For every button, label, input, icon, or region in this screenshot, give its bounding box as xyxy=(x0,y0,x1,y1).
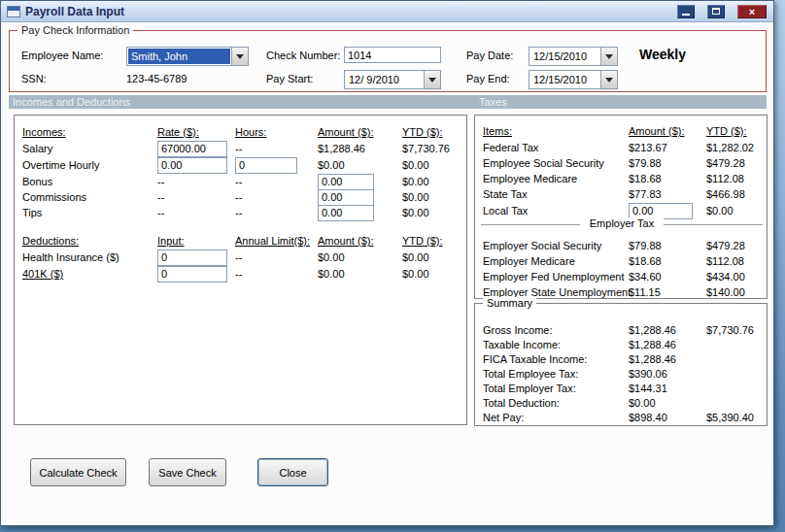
amount-col-header: Amount ($): xyxy=(318,235,402,247)
tax-row: Employer Fed Unemployment $34.60 $434.00 xyxy=(483,269,765,284)
row-label: Overtime Hourly xyxy=(22,159,157,171)
tax-row: Employer Social Security $79.88 $479.28 xyxy=(483,238,765,253)
input-col-header: Input: xyxy=(157,235,235,247)
summary-row: Gross Income: $1,288.46 $7,730.76 xyxy=(483,322,765,338)
row-label: Bonus xyxy=(22,176,157,187)
pay-end-value: 12/15/2010 xyxy=(529,71,600,88)
save-check-button[interactable]: Save Check xyxy=(149,458,226,486)
row-label: Salary xyxy=(22,143,157,154)
row-label: Employee Social Security xyxy=(483,157,629,169)
income-row-overtime: Overtime Hourly $0.00 $0.00 xyxy=(22,156,464,174)
ytd-value: $0.00 xyxy=(402,207,464,218)
401k-input[interactable] xyxy=(157,266,227,283)
close-button[interactable]: Close xyxy=(257,458,328,486)
deductions-header-row: Deductions: Input: Annual Limit($): Amou… xyxy=(22,232,464,249)
ytd-value: $479.28 xyxy=(706,240,765,251)
chevron-down-icon[interactable] xyxy=(600,71,617,88)
pay-end-picker[interactable]: 12/15/2010 xyxy=(529,70,618,89)
pay-end-label: Pay End: xyxy=(466,73,510,84)
ytd-value: $1,282.02 xyxy=(706,142,765,153)
amount-value: $390.06 xyxy=(629,368,706,380)
health-insurance-input[interactable] xyxy=(157,249,227,266)
amount-value: $18.68 xyxy=(629,255,706,267)
hours-value: -- xyxy=(235,176,318,187)
row-label: Employer Medicare xyxy=(483,255,629,267)
ytd-value: $0.00 xyxy=(706,205,765,216)
title-bar[interactable]: Payroll Data Input × xyxy=(1,1,773,22)
hours-value: -- xyxy=(235,143,318,154)
check-number-input[interactable] xyxy=(344,47,441,63)
amount-value: $18.68 xyxy=(629,173,706,184)
ytd-value: $0.00 xyxy=(402,176,464,187)
rate-value: -- xyxy=(157,191,235,203)
row-label: Commissions xyxy=(22,191,157,203)
chevron-down-icon[interactable] xyxy=(424,71,440,88)
amount-value: $77.83 xyxy=(629,188,706,200)
section-band: Incomes and Deductions Taxes xyxy=(9,95,767,109)
row-label: FICA Taxable Income: xyxy=(483,353,629,365)
row-label: Employee Medicare xyxy=(483,173,629,184)
salary-rate-input[interactable] xyxy=(157,141,227,157)
ytd-value: $7,730.76 xyxy=(706,324,765,336)
hours-col-header: Hours: xyxy=(235,126,318,138)
amount-value: $1,288.46 xyxy=(629,324,706,336)
minimize-button[interactable] xyxy=(677,5,695,18)
amount-value: $1,288.46 xyxy=(629,353,706,365)
overtime-rate-input[interactable] xyxy=(157,157,227,174)
row-label: Federal Tax xyxy=(483,142,629,153)
ytd-value: $0.00 xyxy=(402,268,464,280)
ssn-value: 123-45-6789 xyxy=(126,73,187,84)
taxes-section-header: Taxes xyxy=(479,95,507,109)
overtime-hours-input[interactable] xyxy=(235,157,297,174)
amount-value: $0.00 xyxy=(318,251,402,263)
amount-value: $0.00 xyxy=(318,159,402,171)
row-label: Gross Income: xyxy=(483,324,629,336)
minimize-icon xyxy=(682,14,690,16)
incomes-col-header: Incomes: xyxy=(22,126,157,138)
pay-start-value: 12/ 9/2010 xyxy=(345,71,424,88)
summary-row: FICA Taxable Income: $1,288.46 xyxy=(483,351,765,367)
amount-value: $79.88 xyxy=(629,240,706,251)
commissions-amount-input[interactable] xyxy=(318,189,374,206)
amount-value: $0.00 xyxy=(318,268,402,280)
ytd-value: $479.28 xyxy=(706,157,765,169)
pay-start-picker[interactable]: 12/ 9/2010 xyxy=(344,70,441,89)
row-label: State Tax xyxy=(483,188,629,200)
deduction-row-health: Health Insurance ($) -- $0.00 $0.00 xyxy=(22,249,464,266)
income-row-salary: Salary -- $1,288.46 $7,730.76 xyxy=(22,140,464,157)
window-controls: × xyxy=(677,5,768,18)
summary-row: Taxable Income: $1,288.46 xyxy=(483,337,765,352)
chevron-down-icon[interactable] xyxy=(231,48,248,65)
row-label: Employer Fed Unemployment xyxy=(483,271,629,283)
calculate-check-button[interactable]: Calculate Check xyxy=(30,458,126,486)
rate-value: -- xyxy=(157,176,235,187)
employee-name-select[interactable]: Smith, John xyxy=(126,47,249,66)
deduction-row-401k: 401K ($) -- $0.00 $0.00 xyxy=(22,265,464,283)
hours-value: -- xyxy=(235,207,318,218)
amount-value: $11.15 xyxy=(629,286,706,298)
ytd-value: $0.00 xyxy=(402,191,464,203)
annual-limit-col-header: Annual Limit($): xyxy=(235,235,318,247)
ytd-value: $466.98 xyxy=(706,188,765,200)
chevron-down-icon[interactable] xyxy=(600,48,617,65)
paycheck-group-title: Pay Check Information xyxy=(17,24,133,36)
tips-amount-input[interactable] xyxy=(318,205,374,221)
rate-col-header: Rate ($): xyxy=(157,126,235,138)
hours-value: -- xyxy=(235,191,318,203)
maximize-button[interactable] xyxy=(707,5,725,18)
summary-group-title: Summary xyxy=(483,297,536,309)
bonus-amount-input[interactable] xyxy=(318,174,374,190)
ytd-value: $7,730.76 xyxy=(402,143,464,154)
row-label: Total Deduction: xyxy=(483,397,629,409)
taxes-header-row: Items: Amount ($): YTD ($): xyxy=(483,123,765,139)
amount-value: $34.60 xyxy=(629,271,706,283)
row-label: Tips xyxy=(22,207,157,218)
pay-date-picker[interactable]: 12/15/2010 xyxy=(529,47,618,66)
form-client-area: Pay Check Information Employee Name: Smi… xyxy=(1,22,773,525)
local-tax-input[interactable] xyxy=(629,203,693,219)
401k-link[interactable]: 401K ($) xyxy=(22,268,157,280)
close-window-button[interactable]: × xyxy=(737,5,767,18)
summary-row: Total Employer Tax: $144.31 xyxy=(483,381,765,396)
ytd-value: $140.00 xyxy=(706,286,765,298)
limit-value: -- xyxy=(235,251,318,263)
